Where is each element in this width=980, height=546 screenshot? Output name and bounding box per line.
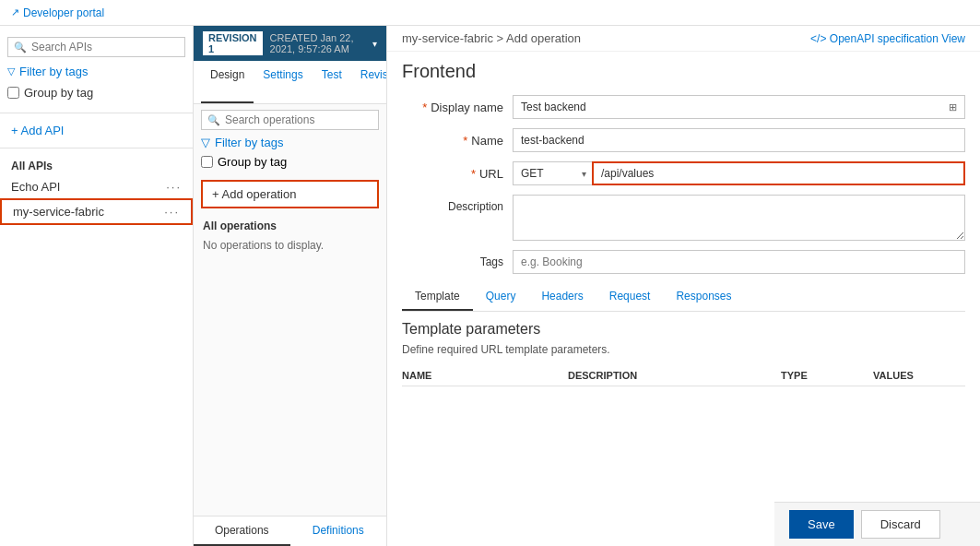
tab-request[interactable]: Request: [596, 283, 664, 311]
frontend-title: Frontend: [402, 61, 965, 82]
tab-test[interactable]: Test: [313, 61, 351, 103]
right-panel: my-service-fabric > Add operation </> Op…: [387, 26, 980, 546]
tab-template[interactable]: Template: [402, 283, 473, 311]
ops-filter-row[interactable]: ▽ Filter by tags: [201, 136, 379, 149]
revision-bar: REVISION 1 CREATED Jan 22, 2021, 9:57:26…: [194, 26, 386, 61]
sidebar-divider-2: [0, 148, 193, 148]
name-input[interactable]: [513, 128, 965, 152]
search-apis-input[interactable]: [31, 41, 179, 53]
name-row: *Name: [402, 128, 965, 152]
col-values: VALUES: [873, 370, 965, 381]
tab-definitions[interactable]: Definitions: [290, 516, 387, 546]
ops-filter-label: Filter by tags: [215, 136, 283, 149]
url-star: *: [471, 167, 476, 181]
display-name-row: *Display name ⊞: [402, 95, 965, 119]
display-name-wrap: ⊞: [513, 95, 965, 119]
no-operations-text: No operations to display.: [194, 235, 386, 255]
url-group: GET POST PUT DELETE PATCH HEAD OPTIONS ▾: [513, 161, 965, 185]
name-star: *: [463, 134, 467, 148]
col-name: NAME: [402, 370, 568, 381]
save-button[interactable]: Save: [789, 510, 854, 539]
group-by-tag-label: Group by tag: [24, 86, 93, 100]
top-bar: Developer portal: [0, 0, 980, 26]
ops-group-by-label: Group by tag: [218, 155, 287, 169]
breadcrumb-bar: my-service-fabric > Add operation </> Op…: [387, 26, 980, 52]
ops-filter-icon: ▽: [201, 136, 210, 149]
sidebar-item-my-service-fabric[interactable]: my-service-fabric ···: [0, 198, 193, 225]
revision-chevron[interactable]: ▾: [372, 39, 377, 49]
ops-group-by-row: Group by tag: [201, 155, 379, 169]
all-apis-label: All APIs: [0, 154, 193, 175]
table-header: NAME DESCRIPTION TYPE VALUES: [402, 365, 965, 386]
tags-input[interactable]: [513, 250, 965, 274]
description-input[interactable]: [513, 195, 965, 241]
filter-icon: ▽: [7, 65, 15, 77]
tab-settings[interactable]: Settings: [254, 61, 312, 103]
tab-query[interactable]: Query: [473, 283, 529, 311]
display-name-icon: ⊞: [941, 95, 965, 119]
main-layout: 🔍 ▽ Filter by tags Group by tag + Add AP…: [0, 26, 980, 546]
template-params-title: Template parameters: [402, 321, 965, 338]
left-sidebar: 🔍 ▽ Filter by tags Group by tag + Add AP…: [0, 26, 194, 546]
url-path-input[interactable]: [592, 161, 965, 185]
sidebar-item-echo-api[interactable]: Echo API ···: [0, 175, 193, 198]
search-apis-container[interactable]: 🔍: [7, 37, 185, 57]
display-name-label: *Display name: [402, 95, 503, 114]
description-label: Description: [402, 195, 503, 213]
description-row: Description: [402, 195, 965, 241]
template-params-desc: Define required URL template parameters.: [402, 343, 965, 356]
display-name-star: *: [422, 101, 427, 114]
ops-group-by-checkbox[interactable]: [201, 156, 213, 168]
revision-date: CREATED Jan 22, 2021, 9:57:26 AM: [270, 32, 365, 54]
right-panel-wrapper: my-service-fabric > Add operation </> Op…: [387, 26, 980, 546]
tab-revisions[interactable]: Revisions: [351, 61, 387, 103]
search-icon: 🔍: [14, 42, 27, 53]
discard-button[interactable]: Discard: [861, 510, 940, 539]
echo-api-name: Echo API: [11, 180, 60, 194]
center-tabs: Design Settings Test Revisions Change lo…: [194, 61, 386, 104]
action-bar: Save Discard: [774, 502, 980, 546]
my-service-fabric-menu[interactable]: ···: [164, 205, 180, 219]
tags-row: Tags: [402, 250, 965, 274]
method-select[interactable]: GET POST PUT DELETE PATCH HEAD OPTIONS: [513, 161, 592, 185]
col-description: DESCRIPTION: [568, 370, 781, 381]
tab-responses[interactable]: Responses: [663, 283, 744, 311]
url-row: *URL GET POST PUT DELETE PATCH HEAD OP: [402, 161, 965, 185]
tab-operations[interactable]: Operations: [194, 516, 290, 546]
my-service-fabric-name: my-service-fabric: [13, 205, 104, 219]
group-by-tag-checkbox[interactable]: [7, 87, 19, 99]
ops-search-icon: 🔍: [207, 114, 220, 126]
add-operation-button[interactable]: + Add operation: [201, 180, 379, 208]
display-name-input[interactable]: [513, 95, 941, 119]
echo-api-menu[interactable]: ···: [166, 180, 182, 194]
filter-label: Filter by tags: [19, 65, 88, 78]
search-ops-input[interactable]: [225, 113, 372, 126]
center-panel: REVISION 1 CREATED Jan 22, 2021, 9:57:26…: [194, 26, 387, 546]
sidebar-divider: [0, 113, 193, 113]
breadcrumb: my-service-fabric > Add operation: [402, 31, 581, 45]
name-label: *Name: [402, 128, 503, 148]
search-ops-container[interactable]: 🔍: [201, 110, 379, 130]
openapi-link[interactable]: </> OpenAPI specification View: [810, 32, 965, 45]
col-type: TYPE: [781, 370, 873, 381]
filter-by-tags-row[interactable]: ▽ Filter by tags: [7, 65, 185, 78]
center-bottom-tabs: Operations Definitions: [194, 516, 386, 546]
add-api-button[interactable]: + Add API: [0, 119, 193, 142]
tab-headers[interactable]: Headers: [528, 283, 596, 311]
right-content: Frontend *Display name ⊞ *Name: [387, 52, 980, 546]
method-select-wrap: GET POST PUT DELETE PATCH HEAD OPTIONS ▾: [513, 161, 592, 185]
group-by-tag-row: Group by tag: [7, 86, 185, 100]
developer-portal-link[interactable]: Developer portal: [11, 6, 104, 19]
tags-label: Tags: [402, 250, 503, 268]
revision-badge: REVISION 1: [203, 31, 263, 55]
url-label: *URL: [402, 161, 503, 181]
add-operation-label: + Add operation: [212, 187, 296, 201]
inner-tabs: Template Query Headers Request Responses: [402, 283, 965, 312]
all-operations-label: All operations: [194, 214, 386, 235]
tab-design[interactable]: Design: [201, 61, 254, 103]
